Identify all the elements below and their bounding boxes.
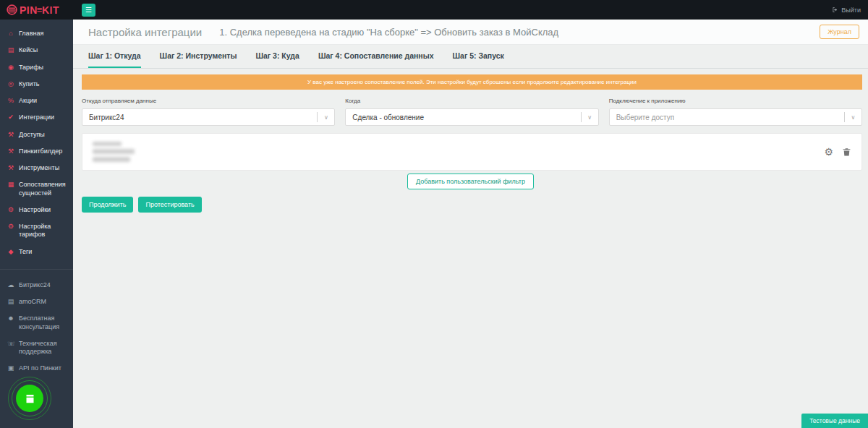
sidebar-item-dostupy[interactable]: ⚒Доступы <box>0 127 73 143</box>
logo-text: PIN≡KIT <box>20 4 59 16</box>
sidebar-item-podderzhka[interactable]: ☏Техническая поддержка <box>0 335 73 361</box>
sidebar-item-bitrix24[interactable]: ☁Битрикс24 <box>0 277 73 294</box>
gear-icon: ⚙ <box>7 223 14 231</box>
journal-button[interactable]: Журнал <box>820 25 859 39</box>
menu-toggle-button[interactable]: ☰ <box>82 4 95 17</box>
briefcase-icon: ▤ <box>7 46 14 54</box>
chevron-down-icon: ∨ <box>581 112 598 122</box>
test-data-button[interactable]: Тестовые данные <box>801 414 868 428</box>
sidebar-item-konsultaciya[interactable]: ☻Бесплатная консультация <box>0 310 73 335</box>
sidebar-item-nastroika-tarifov[interactable]: ⚙Настройка тарифов <box>0 218 73 244</box>
continue-button[interactable]: Продолжить <box>82 197 133 213</box>
sidebar-item-glavnaya[interactable]: ⌂Главная <box>0 25 73 42</box>
sidebar-item-api[interactable]: ▣API по Пинкит <box>0 360 73 377</box>
tab-step3-kuda[interactable]: Шаг 3: Куда <box>255 51 299 68</box>
sidebar-item-integracii[interactable]: ✔Интеграции <box>0 109 73 126</box>
chevron-down-icon: ∨ <box>317 112 334 122</box>
terminal-icon: ▣ <box>7 364 14 372</box>
main-content: Настройка интеграции 1. Сделка переведен… <box>73 20 868 428</box>
table-icon: ▦ <box>7 181 14 189</box>
tariff-icon: ◉ <box>7 64 14 72</box>
sidebar-item-tarify[interactable]: ◉Тарифы <box>0 59 73 76</box>
logout-button[interactable]: Выйти <box>832 7 861 14</box>
gear-icon[interactable]: ⚙ <box>824 147 833 157</box>
sidebar-item-amocrm[interactable]: ▤amoCRM <box>0 294 73 310</box>
tools-icon: ⚒ <box>7 164 14 172</box>
add-filter-row: Добавить пользовательский фильтр <box>73 174 868 189</box>
when-label: Когда <box>345 98 598 104</box>
tab-step2-instrumenty[interactable]: Шаг 2: Инструменты <box>160 51 237 68</box>
sidebar-item-kupit[interactable]: ◎Купить <box>0 76 73 93</box>
chevron-down-icon: ∨ <box>844 112 861 122</box>
gear-icon: ⚙ <box>7 206 14 214</box>
topbar: PIN≡KIT ☰ Выйти <box>0 0 868 20</box>
source-field: Откуда отправляем данные Битрикс24 ∨ <box>82 98 335 126</box>
blurred-filter-text <box>93 142 135 162</box>
sidebar-item-nastroiki[interactable]: ⚙Настройки <box>0 202 73 218</box>
sidebar-secondary-section: ☁Битрикс24 ▤amoCRM ☻Бесплатная консульта… <box>0 269 73 377</box>
sidebar-nav: ⌂Главная ▤Кейсы ◉Тарифы ◎Купить %Акции ✔… <box>0 20 73 377</box>
home-icon: ⌂ <box>7 30 14 38</box>
when-select[interactable]: Сделка - обновление ∨ <box>345 108 598 126</box>
page-title: Настройка интеграции <box>88 26 202 38</box>
connection-select[interactable]: Выберите доступ ∨ <box>609 108 862 126</box>
document-icon <box>25 393 35 404</box>
page-header: Настройка интеграции 1. Сделка переведен… <box>73 20 868 45</box>
sidebar-item-keisy[interactable]: ▤Кейсы <box>0 42 73 59</box>
logout-icon <box>832 7 838 13</box>
step-tabs: Шаг 1: Откуда Шаг 2: Инструменты Шаг 3: … <box>73 45 868 69</box>
wrench-icon: ⚒ <box>7 147 14 155</box>
cloud-icon: ☁ <box>7 281 14 289</box>
sidebar-item-tegi[interactable]: ◆Теги <box>0 244 73 260</box>
pinkit-logo[interactable]: PIN≡KIT <box>0 0 73 20</box>
tab-step1-otkuda[interactable]: Шаг 1: Откуда <box>88 51 141 68</box>
sidebar: ⌂Главная ▤Кейсы ◉Тарифы ◎Купить %Акции ✔… <box>0 20 73 428</box>
headset-icon: ☏ <box>7 340 14 348</box>
source-settings-form: Откуда отправляем данные Битрикс24 ∨ Ког… <box>82 98 862 126</box>
pinkit-logo-icon <box>7 4 17 15</box>
test-button[interactable]: Протестировать <box>138 197 201 213</box>
sidebar-item-pinkitbuilder[interactable]: ⚒Пинкитбилдер <box>0 143 73 160</box>
sidebar-item-instrumenty[interactable]: ⚒Инструменты <box>0 160 73 176</box>
trash-icon[interactable] <box>842 147 851 157</box>
source-label: Откуда отправляем данные <box>82 98 335 104</box>
source-select[interactable]: Битрикс24 ∨ <box>82 108 335 126</box>
warning-banner: У вас уже настроено сопоставление полей.… <box>82 74 862 90</box>
tab-step4-sopostavlenie[interactable]: Шаг 4: Сопоставление данных <box>318 51 434 68</box>
connection-label: Подключение к приложению <box>609 98 862 104</box>
filter-card: ⚙ <box>82 133 862 171</box>
tab-step5-zapusk[interactable]: Шаг 5: Запуск <box>452 51 503 68</box>
add-custom-filter-button[interactable]: Добавить пользовательский фильтр <box>407 174 534 189</box>
when-field: Когда Сделка - обновление ∨ <box>345 98 598 126</box>
hdd-icon: ▤ <box>7 298 14 306</box>
connection-field: Подключение к приложению Выберите доступ… <box>609 98 862 126</box>
thumbs-up-icon: ✔ <box>7 114 14 121</box>
hamburger-icon: ☰ <box>85 6 92 14</box>
actions-row: Продолжить Протестировать <box>82 197 868 213</box>
logout-label: Выйти <box>841 7 861 14</box>
chat-widget-button[interactable] <box>8 377 51 420</box>
percent-icon: % <box>7 97 14 105</box>
buy-icon: ◎ <box>7 80 14 88</box>
filter-card-actions: ⚙ <box>824 147 851 157</box>
sidebar-item-akcii[interactable]: %Акции <box>0 93 73 109</box>
tag-icon: ◆ <box>7 248 14 256</box>
key-icon: ⚒ <box>7 131 14 139</box>
integration-title: 1. Сделка переведена на стадию "На сборк… <box>219 27 558 38</box>
person-icon: ☻ <box>7 314 14 322</box>
sidebar-item-sopostavleniya[interactable]: ▦Сопоставления сущностей <box>0 176 73 202</box>
